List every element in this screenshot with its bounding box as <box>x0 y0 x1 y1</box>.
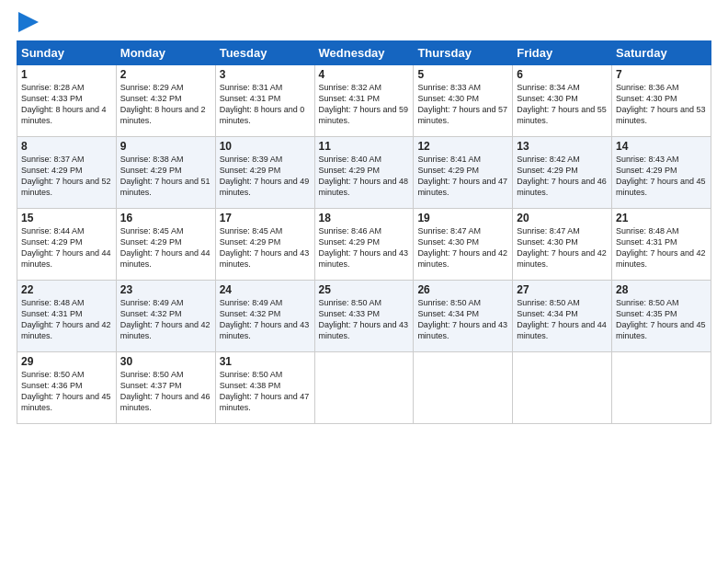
calendar-cell: 19 Sunrise: 8:47 AMSunset: 4:30 PMDaylig… <box>414 208 513 280</box>
calendar-cell: 7 Sunrise: 8:36 AMSunset: 4:30 PMDayligh… <box>612 64 711 136</box>
calendar-cell: 3 Sunrise: 8:31 AMSunset: 4:31 PMDayligh… <box>215 64 314 136</box>
cell-info: Sunrise: 8:50 AMSunset: 4:37 PMDaylight:… <box>120 370 210 412</box>
header-row <box>17 13 711 35</box>
header-row-days: SundayMondayTuesdayWednesdayThursdayFrid… <box>17 40 711 64</box>
day-number: 19 <box>417 212 508 224</box>
day-number: 6 <box>517 68 608 81</box>
calendar-cell <box>513 351 612 423</box>
day-number: 20 <box>517 212 608 224</box>
cell-info: Sunrise: 8:33 AMSunset: 4:30 PMDaylight:… <box>417 83 507 125</box>
calendar-cell: 17 Sunrise: 8:45 AMSunset: 4:29 PMDaylig… <box>215 208 314 280</box>
day-number: 1 <box>21 68 112 81</box>
calendar-cell <box>414 351 513 423</box>
calendar-cell: 21 Sunrise: 8:48 AMSunset: 4:31 PMDaylig… <box>612 208 711 280</box>
cell-info: Sunrise: 8:50 AMSunset: 4:34 PMDaylight:… <box>417 298 507 340</box>
calendar-cell: 22 Sunrise: 8:48 AMSunset: 4:31 PMDaylig… <box>17 280 117 351</box>
cell-info: Sunrise: 8:49 AMSunset: 4:32 PMDaylight:… <box>120 298 210 340</box>
calendar-cell: 8 Sunrise: 8:37 AMSunset: 4:29 PMDayligh… <box>17 136 117 208</box>
day-number: 18 <box>319 212 410 224</box>
calendar-cell <box>314 351 414 423</box>
week-row-1: 1 Sunrise: 8:28 AMSunset: 4:33 PMDayligh… <box>17 64 711 136</box>
calendar-cell: 5 Sunrise: 8:33 AMSunset: 4:30 PMDayligh… <box>414 64 513 136</box>
cell-info: Sunrise: 8:44 AMSunset: 4:29 PMDaylight:… <box>21 226 111 269</box>
header-thursday: Thursday <box>414 40 513 64</box>
day-number: 13 <box>517 140 608 153</box>
day-number: 12 <box>417 140 508 153</box>
day-number: 4 <box>319 68 410 81</box>
calendar-cell: 1 Sunrise: 8:28 AMSunset: 4:33 PMDayligh… <box>17 64 117 136</box>
day-number: 24 <box>220 283 311 296</box>
calendar-cell: 2 Sunrise: 8:29 AMSunset: 4:32 PMDayligh… <box>116 64 215 136</box>
cell-info: Sunrise: 8:50 AMSunset: 4:38 PMDaylight:… <box>220 370 310 412</box>
week-row-4: 22 Sunrise: 8:48 AMSunset: 4:31 PMDaylig… <box>17 280 711 351</box>
day-number: 9 <box>120 140 211 153</box>
cell-info: Sunrise: 8:32 AMSunset: 4:31 PMDaylight:… <box>319 83 409 125</box>
day-number: 17 <box>220 212 311 224</box>
header-tuesday: Tuesday <box>215 40 314 64</box>
calendar-cell: 10 Sunrise: 8:39 AMSunset: 4:29 PMDaylig… <box>215 136 314 208</box>
day-number: 2 <box>120 68 211 81</box>
cell-info: Sunrise: 8:47 AMSunset: 4:30 PMDaylight:… <box>517 226 607 269</box>
cell-info: Sunrise: 8:36 AMSunset: 4:30 PMDaylight:… <box>616 83 706 125</box>
header-sunday: Sunday <box>17 40 117 64</box>
svg-marker-0 <box>18 12 39 32</box>
calendar-cell: 13 Sunrise: 8:42 AMSunset: 4:29 PMDaylig… <box>513 136 612 208</box>
cell-info: Sunrise: 8:38 AMSunset: 4:29 PMDaylight:… <box>120 155 210 197</box>
cell-info: Sunrise: 8:48 AMSunset: 4:31 PMDaylight:… <box>616 226 706 269</box>
day-number: 3 <box>220 68 311 81</box>
calendar-cell: 16 Sunrise: 8:45 AMSunset: 4:29 PMDaylig… <box>116 208 215 280</box>
day-number: 30 <box>120 355 211 368</box>
header-saturday: Saturday <box>612 40 711 64</box>
calendar-cell <box>612 351 711 423</box>
day-number: 8 <box>21 140 112 153</box>
cell-info: Sunrise: 8:28 AMSunset: 4:33 PMDaylight:… <box>21 83 107 125</box>
calendar-cell: 28 Sunrise: 8:50 AMSunset: 4:35 PMDaylig… <box>612 280 711 351</box>
cell-info: Sunrise: 8:37 AMSunset: 4:29 PMDaylight:… <box>21 155 111 197</box>
cell-info: Sunrise: 8:45 AMSunset: 4:29 PMDaylight:… <box>120 226 210 269</box>
calendar-cell: 15 Sunrise: 8:44 AMSunset: 4:29 PMDaylig… <box>17 208 117 280</box>
cell-info: Sunrise: 8:50 AMSunset: 4:34 PMDaylight:… <box>517 298 607 340</box>
calendar-cell: 23 Sunrise: 8:49 AMSunset: 4:32 PMDaylig… <box>116 280 215 351</box>
cell-info: Sunrise: 8:48 AMSunset: 4:31 PMDaylight:… <box>21 298 111 340</box>
cell-info: Sunrise: 8:43 AMSunset: 4:29 PMDaylight:… <box>616 155 706 197</box>
calendar-cell: 26 Sunrise: 8:50 AMSunset: 4:34 PMDaylig… <box>414 280 513 351</box>
cell-info: Sunrise: 8:29 AMSunset: 4:32 PMDaylight:… <box>120 83 206 125</box>
calendar-cell: 29 Sunrise: 8:50 AMSunset: 4:36 PMDaylig… <box>17 351 117 423</box>
header-friday: Friday <box>513 40 612 64</box>
day-number: 27 <box>517 283 608 296</box>
day-number: 5 <box>417 68 508 81</box>
day-number: 15 <box>21 212 112 224</box>
calendar-cell: 30 Sunrise: 8:50 AMSunset: 4:37 PMDaylig… <box>116 351 215 423</box>
calendar-cell: 20 Sunrise: 8:47 AMSunset: 4:30 PMDaylig… <box>513 208 612 280</box>
logo-icon <box>18 12 39 32</box>
calendar-cell: 11 Sunrise: 8:40 AMSunset: 4:29 PMDaylig… <box>314 136 414 208</box>
header-wednesday: Wednesday <box>314 40 414 64</box>
cell-info: Sunrise: 8:47 AMSunset: 4:30 PMDaylight:… <box>417 226 507 269</box>
day-number: 28 <box>616 283 707 296</box>
calendar-cell: 4 Sunrise: 8:32 AMSunset: 4:31 PMDayligh… <box>314 64 414 136</box>
calendar-cell: 6 Sunrise: 8:34 AMSunset: 4:30 PMDayligh… <box>513 64 612 136</box>
page: SundayMondayTuesdayWednesdayThursdayFrid… <box>0 0 728 433</box>
calendar-cell: 24 Sunrise: 8:49 AMSunset: 4:32 PMDaylig… <box>215 280 314 351</box>
cell-info: Sunrise: 8:50 AMSunset: 4:33 PMDaylight:… <box>319 298 409 340</box>
cell-info: Sunrise: 8:39 AMSunset: 4:29 PMDaylight:… <box>220 155 310 197</box>
cell-info: Sunrise: 8:45 AMSunset: 4:29 PMDaylight:… <box>220 226 310 269</box>
day-number: 10 <box>220 140 311 153</box>
calendar-cell: 12 Sunrise: 8:41 AMSunset: 4:29 PMDaylig… <box>414 136 513 208</box>
cell-info: Sunrise: 8:42 AMSunset: 4:29 PMDaylight:… <box>517 155 607 197</box>
day-number: 16 <box>120 212 211 224</box>
cell-info: Sunrise: 8:46 AMSunset: 4:29 PMDaylight:… <box>319 226 409 269</box>
day-number: 14 <box>616 140 707 153</box>
cell-info: Sunrise: 8:50 AMSunset: 4:35 PMDaylight:… <box>616 298 706 340</box>
day-number: 7 <box>616 68 707 81</box>
calendar-cell: 18 Sunrise: 8:46 AMSunset: 4:29 PMDaylig… <box>314 208 414 280</box>
cell-info: Sunrise: 8:41 AMSunset: 4:29 PMDaylight:… <box>417 155 507 197</box>
day-number: 11 <box>319 140 410 153</box>
cell-info: Sunrise: 8:34 AMSunset: 4:30 PMDaylight:… <box>517 83 607 125</box>
calendar-cell: 14 Sunrise: 8:43 AMSunset: 4:29 PMDaylig… <box>612 136 711 208</box>
week-row-3: 15 Sunrise: 8:44 AMSunset: 4:29 PMDaylig… <box>17 208 711 280</box>
logo <box>17 17 39 35</box>
day-number: 21 <box>616 212 707 224</box>
day-number: 26 <box>417 283 508 296</box>
cell-info: Sunrise: 8:40 AMSunset: 4:29 PMDaylight:… <box>319 155 409 197</box>
